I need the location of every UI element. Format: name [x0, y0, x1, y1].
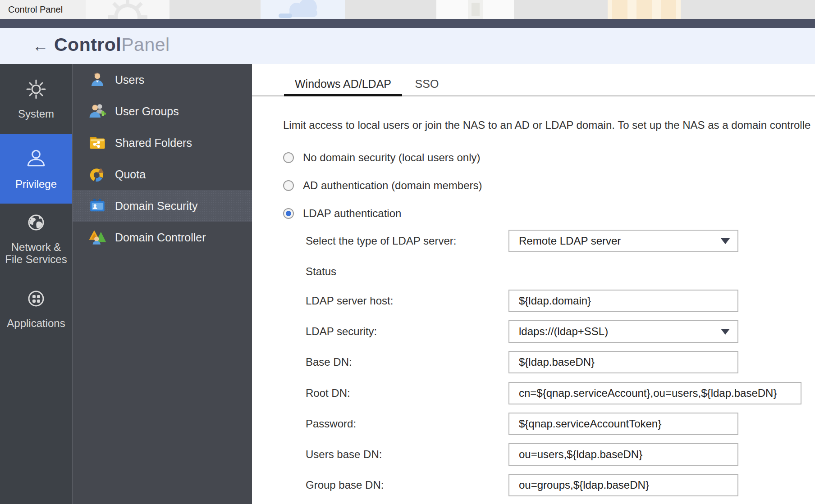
submenu-item-domain-security[interactable]: Domain Security: [73, 190, 252, 222]
ldap-server-host-label: LDAP server host:: [306, 290, 393, 312]
primary-sidebar: System Privilege: [0, 64, 72, 504]
page-title-bold: Control: [54, 34, 121, 55]
submenu-item-label: Domain Security: [115, 200, 197, 213]
taskbar: Control Panel: [0, 0, 815, 19]
submenu-item-quota[interactable]: Quota: [73, 159, 252, 190]
ldap-security-label: LDAP security:: [306, 320, 377, 343]
sidebar-item-system[interactable]: System: [0, 64, 72, 134]
radio-label: AD authentication (domain members): [303, 179, 482, 192]
ldap-server-host-input[interactable]: [508, 290, 738, 312]
taskbar-tab-control-panel[interactable]: Control Panel: [0, 0, 86, 19]
background-window-thumbnail-document[interactable]: [436, 0, 514, 19]
app-header: ← ControlPanel: [0, 28, 815, 64]
radio-circle-icon[interactable]: [283, 152, 294, 163]
decorative-column: [612, 0, 627, 19]
submenu-item-label: Users: [115, 73, 144, 86]
background-window-thumbnail-columns[interactable]: [608, 0, 681, 19]
sidebar-item-label-line1: Network &: [11, 241, 61, 253]
sidebar-item-label: Privilege: [15, 178, 57, 190]
badge-icon: [88, 196, 107, 215]
radio-ad-authentication[interactable]: AD authentication (domain members): [283, 180, 482, 191]
apps-icon: [25, 288, 47, 312]
radio-label: No domain security (local users only): [303, 151, 480, 164]
active-tab-underline: [284, 94, 402, 96]
users-base-dn-input[interactable]: [508, 443, 738, 466]
shared-folder-icon: [88, 133, 107, 152]
main-content: Windows AD/LDAP SSO Limit access to loca…: [252, 64, 815, 504]
users-base-dn-label: Users base DN:: [306, 443, 382, 466]
page-title: ControlPanel: [54, 34, 170, 55]
sidebar-item-network-file-services[interactable]: Network & File Services: [0, 204, 72, 273]
radio-circle-icon[interactable]: [283, 180, 294, 191]
tab-bar: Windows AD/LDAP SSO: [252, 64, 815, 96]
decorative-column: [661, 0, 676, 19]
group-base-dn-label: Group base DN:: [306, 474, 384, 496]
qnap-control-panel-window: Control Panel: [0, 0, 815, 504]
submenu-item-label: User Groups: [115, 105, 179, 118]
ldap-server-type-label: Select the type of LDAP server:: [306, 230, 456, 252]
sidebar-item-privilege[interactable]: Privilege: [0, 134, 72, 204]
ldap-security-select[interactable]: ldaps://(ldap+SSL): [508, 320, 738, 343]
ldap-server-type-value: Remote LDAP server: [519, 235, 621, 247]
root-dn-input[interactable]: [508, 382, 801, 404]
background-window-thumbnail-gear-icon[interactable]: [86, 0, 169, 19]
radio-no-domain-security[interactable]: No domain security (local users only): [283, 152, 480, 163]
radio-ldap-authentication[interactable]: LDAP authentication: [283, 208, 401, 219]
submenu-item-user-groups[interactable]: User Groups: [73, 95, 252, 127]
base-dn-input[interactable]: [508, 351, 738, 373]
back-arrow-icon[interactable]: ←: [30, 35, 51, 57]
background-window-thumbnail-cloud-icon[interactable]: [261, 0, 345, 19]
radio-selected-circle-icon[interactable]: [283, 208, 294, 219]
tab-windows-ad-ldap[interactable]: Windows AD/LDAP: [284, 77, 402, 91]
globe-icon: [25, 212, 47, 236]
submenu-item-shared-folders[interactable]: Shared Folders: [73, 127, 252, 159]
page-title-light: Panel: [121, 34, 169, 55]
taskbar-tab-label: Control Panel: [8, 5, 63, 15]
sidebar-item-applications[interactable]: Applications: [0, 273, 72, 343]
user-icon: [88, 70, 107, 89]
decorative-column: [636, 0, 652, 19]
status-label: Status: [306, 260, 336, 283]
window-title-bar: [0, 19, 815, 28]
radio-label: LDAP authentication: [303, 207, 401, 220]
submenu-item-label: Quota: [115, 168, 146, 181]
submenu-item-domain-controller[interactable]: Domain Controller: [73, 222, 252, 253]
submenu-item-label: Shared Folders: [115, 136, 192, 150]
sidebar-item-label: Applications: [7, 317, 65, 329]
group-base-dn-input[interactable]: [508, 474, 738, 496]
password-input[interactable]: [508, 413, 738, 435]
chevron-down-icon: [721, 238, 730, 244]
secondary-sidebar: Users User Groups: [72, 64, 252, 504]
tab-sso[interactable]: SSO: [404, 77, 449, 91]
gear-icon: [25, 78, 47, 102]
root-dn-label: Root DN:: [306, 382, 350, 404]
user-groups-icon: [88, 102, 107, 121]
domain-controller-icon: [88, 228, 107, 247]
sidebar-item-label-line2: File Services: [5, 253, 67, 265]
chevron-down-icon: [721, 329, 730, 335]
person-icon: [25, 148, 47, 173]
quota-chart-icon: [88, 165, 107, 184]
submenu-item-label: Domain Controller: [115, 231, 206, 244]
submenu-item-users[interactable]: Users: [73, 64, 252, 95]
ldap-server-type-select[interactable]: Remote LDAP server: [508, 230, 738, 252]
sidebar-item-label: System: [18, 108, 54, 120]
ldap-security-value: ldaps://(ldap+SSL): [519, 325, 608, 338]
base-dn-label: Base DN:: [306, 351, 352, 373]
password-label: Password:: [306, 413, 356, 435]
intro-text: Limit access to local users or join the …: [283, 119, 810, 132]
